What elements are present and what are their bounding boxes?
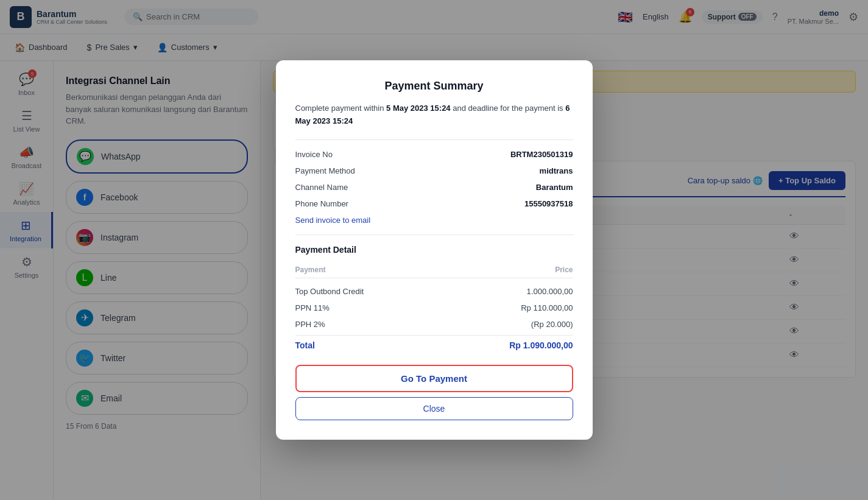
go-to-payment-button[interactable]: Go To Payment — [295, 365, 573, 392]
phone-label: Phone Number — [295, 199, 348, 208]
line1-value: 1.000.000,00 — [527, 287, 573, 296]
phone-row: Phone Number 15550937518 — [295, 199, 573, 208]
close-button[interactable]: Close — [295, 397, 573, 420]
divider-mid — [295, 234, 573, 235]
payment-table-header: Payment Price — [295, 262, 573, 278]
invoice-row: Invoice No BRTM230501319 — [295, 150, 573, 159]
payment-col2: Price — [555, 266, 573, 274]
divider-top — [295, 139, 573, 140]
payment-col1: Payment — [295, 266, 326, 274]
modal-subtitle: Complete payment within 5 May 2023 15:24… — [295, 102, 573, 128]
line2-label: PPN 11% — [295, 303, 330, 312]
modal-overlay: Payment Summary Complete payment within … — [0, 0, 868, 500]
line3-label: PPH 2% — [295, 320, 325, 329]
payment-total: Total Rp 1.090.000,00 — [295, 335, 573, 355]
modal-title: Payment Summary — [295, 80, 573, 93]
payment-summary-modal: Payment Summary Complete payment within … — [276, 60, 593, 440]
payment-method-row: Payment Method midtrans — [295, 166, 573, 175]
invoice-label: Invoice No — [295, 150, 333, 159]
line3-value: (Rp 20.000) — [531, 320, 573, 329]
channel-name-label: Channel Name — [295, 183, 348, 192]
payment-line-2: PPN 11% Rp 110.000,00 — [295, 300, 573, 316]
payment-method-value: midtrans — [540, 166, 573, 175]
payment-method-label: Payment Method — [295, 166, 355, 175]
subtitle-mid: and deadline for the payment is — [451, 104, 566, 113]
total-label: Total — [295, 340, 315, 350]
total-value: Rp 1.090.000,00 — [509, 340, 573, 350]
line2-value: Rp 110.000,00 — [521, 303, 573, 312]
channel-name-value: Barantum — [536, 183, 573, 192]
deadline1: 5 May 2023 15:24 — [386, 104, 451, 113]
line1-label: Top Outbond Credit — [295, 287, 364, 296]
channel-name-row: Channel Name Barantum — [295, 183, 573, 192]
send-invoice-link[interactable]: Send invoice to email — [295, 216, 573, 225]
invoice-value: BRTM230501319 — [510, 150, 573, 159]
payment-line-3: PPH 2% (Rp 20.000) — [295, 316, 573, 333]
subtitle-start: Complete payment within — [295, 104, 387, 113]
payment-detail-title: Payment Detail — [295, 245, 573, 255]
phone-value: 15550937518 — [524, 199, 573, 208]
payment-line-1: Top Outbond Credit 1.000.000,00 — [295, 283, 573, 300]
